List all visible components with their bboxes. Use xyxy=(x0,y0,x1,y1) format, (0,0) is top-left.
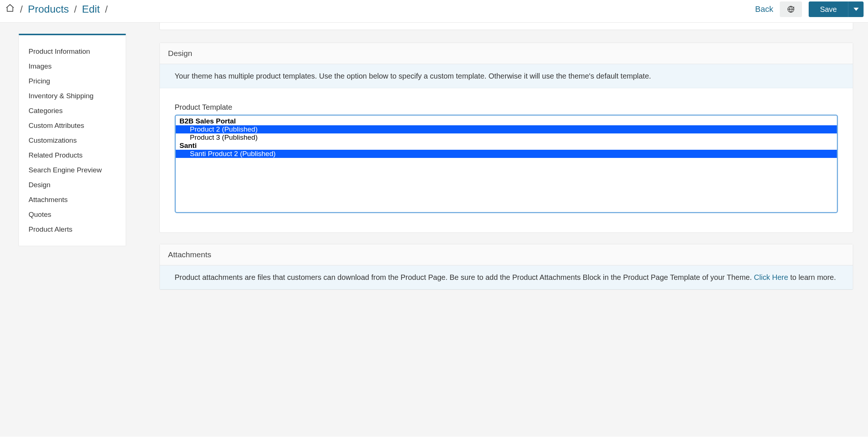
back-link[interactable]: Back xyxy=(755,4,773,14)
attachments-card-title: Attachments xyxy=(160,244,853,265)
template-option[interactable]: Santi Product 2 (Published) xyxy=(176,150,837,158)
sidebar: Product InformationImagesPricingInventor… xyxy=(19,34,126,246)
breadcrumb-edit[interactable]: Edit xyxy=(82,3,100,15)
attachments-info-pre: Product attachments are files that custo… xyxy=(175,273,754,281)
sidebar-item[interactable]: Images xyxy=(19,59,126,74)
breadcrumb-sep: / xyxy=(20,4,23,15)
attachments-info-post: to learn more. xyxy=(788,273,836,281)
breadcrumb: / Products / Edit / xyxy=(5,3,108,16)
design-card-info: Your theme has multiple product template… xyxy=(160,64,853,88)
previous-card-tail xyxy=(159,23,853,30)
save-dropdown-button[interactable] xyxy=(848,1,864,17)
sidebar-item[interactable]: Product Alerts xyxy=(19,222,126,237)
save-button[interactable]: Save xyxy=(809,1,848,17)
attachments-learn-more-link[interactable]: Click Here xyxy=(754,273,788,281)
breadcrumb-sep: / xyxy=(105,4,108,15)
sidebar-item[interactable]: Custom Attributes xyxy=(19,118,126,133)
sidebar-item[interactable]: Pricing xyxy=(19,74,126,89)
sidebar-item[interactable]: Inventory & Shipping xyxy=(19,89,126,103)
sidebar-item[interactable]: Quotes xyxy=(19,207,126,222)
page: Product InformationImagesPricingInventor… xyxy=(0,23,868,437)
sidebar-item[interactable]: Search Engine Preview xyxy=(19,163,126,178)
main: Design Your theme has multiple product t… xyxy=(159,23,853,301)
template-option[interactable]: Product 2 (Published) xyxy=(176,125,837,133)
template-group: Santi xyxy=(176,142,837,150)
sidebar-item[interactable]: Design xyxy=(19,178,126,192)
sidebar-item[interactable]: Product Information xyxy=(19,44,126,59)
chevron-down-icon xyxy=(854,7,859,12)
attachments-card: Attachments Product attachments are file… xyxy=(159,244,853,290)
product-template-label: Product Template xyxy=(175,103,838,112)
sidebar-item[interactable]: Attachments xyxy=(19,192,126,207)
globe-button[interactable] xyxy=(780,1,802,17)
design-card-title: Design xyxy=(160,43,853,64)
save-group: Save xyxy=(809,1,864,17)
sidebar-item[interactable]: Related Products xyxy=(19,148,126,163)
attachments-card-info: Product attachments are files that custo… xyxy=(160,265,853,290)
breadcrumb-sep: / xyxy=(74,4,77,15)
globe-icon xyxy=(787,5,795,13)
top-actions: Back Save xyxy=(755,1,864,17)
topbar: / Products / Edit / Back Save xyxy=(0,0,868,23)
breadcrumb-products[interactable]: Products xyxy=(28,3,69,15)
home-icon[interactable] xyxy=(5,3,15,16)
sidebar-item[interactable]: Customizations xyxy=(19,133,126,148)
template-option[interactable]: Product 3 (Published) xyxy=(176,133,837,142)
product-template-select[interactable]: B2B Sales PortalProduct 2 (Published)Pro… xyxy=(175,115,838,213)
design-card: Design Your theme has multiple product t… xyxy=(159,43,853,233)
sidebar-item[interactable]: Categories xyxy=(19,103,126,118)
template-group: B2B Sales Portal xyxy=(176,117,837,125)
